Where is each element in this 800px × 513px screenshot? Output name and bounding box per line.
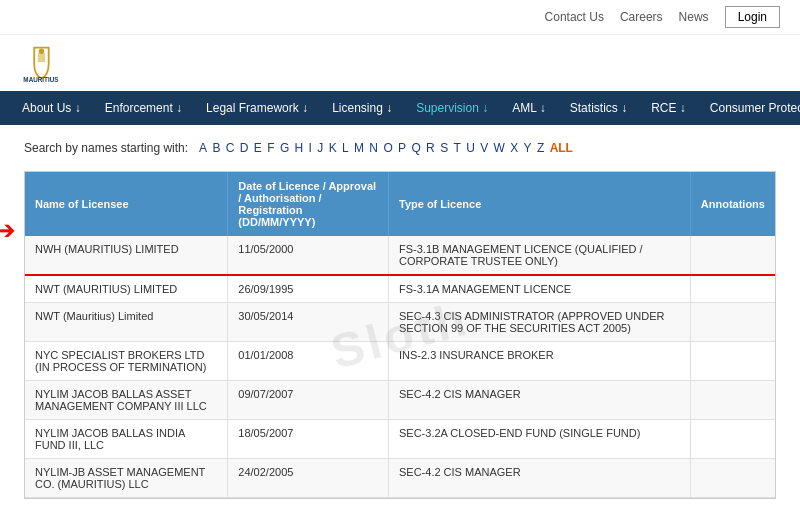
nav-about-us[interactable]: About Us ↓ (10, 91, 93, 125)
cell-type: SEC-4.3 CIS ADMINISTRATOR (APPROVED UNDE… (388, 303, 690, 342)
alpha-w[interactable]: W (494, 141, 505, 155)
alpha-f[interactable]: F (267, 141, 274, 155)
table-row: NWT (Mauritius) Limited30/05/2014SEC-4.3… (25, 303, 775, 342)
alpha-v[interactable]: V (480, 141, 488, 155)
nav-licensing[interactable]: Licensing ↓ (320, 91, 404, 125)
cell-date: 30/05/2014 (228, 303, 389, 342)
table-header-row: Name of Licensee Date of Licence / Appro… (25, 172, 775, 236)
alpha-j[interactable]: J (317, 141, 323, 155)
svg-text:MAURITIUS: MAURITIUS (23, 76, 58, 82)
cell-annotations (690, 275, 775, 303)
cell-annotations (690, 459, 775, 498)
alpha-g[interactable]: G (280, 141, 289, 155)
red-arrow: ➔ (0, 215, 16, 246)
cell-annotations (690, 420, 775, 459)
alpha-all[interactable]: ALL (550, 141, 573, 155)
header-annotations: Annotations (690, 172, 775, 236)
alpha-b[interactable]: B (212, 141, 220, 155)
cell-type: SEC-3.2A CLOSED-END FUND (SINGLE FUND) (388, 420, 690, 459)
alpha-m[interactable]: M (354, 141, 364, 155)
cell-annotations (690, 381, 775, 420)
main-nav: About Us ↓ Enforcement ↓ Legal Framework… (0, 91, 800, 125)
cell-type: SEC-4.2 CIS MANAGER (388, 381, 690, 420)
top-bar: Contact Us Careers News Login (0, 0, 800, 35)
alpha-s[interactable]: S (440, 141, 448, 155)
cell-type: FS-3.1A MANAGEMENT LICENCE (388, 275, 690, 303)
alpha-d[interactable]: D (240, 141, 249, 155)
table-wrapper: ➔ Sloth Name of Licensee Date of Licence… (24, 171, 776, 499)
cell-date: 09/07/2007 (228, 381, 389, 420)
cell-name: NWH (MAURITIUS) LIMITED (25, 236, 228, 275)
licensees-table-container: Sloth Name of Licensee Date of Licence /… (24, 171, 776, 499)
table-row: NYC SPECIALIST BROKERS LTD (IN PROCESS O… (25, 342, 775, 381)
cell-name: NYC SPECIALIST BROKERS LTD (IN PROCESS O… (25, 342, 228, 381)
alpha-search-label: Search by names starting with: (24, 141, 188, 155)
alpha-y[interactable]: Y (524, 141, 532, 155)
alpha-z[interactable]: Z (537, 141, 544, 155)
table-row: NWT (MAURITIUS) LIMITED26/09/1995FS-3.1A… (25, 275, 775, 303)
table-row: NYLIM JACOB BALLAS ASSET MANAGEMENT COMP… (25, 381, 775, 420)
cell-type: SEC-4.2 CIS MANAGER (388, 459, 690, 498)
cell-name: NYLIM JACOB BALLAS ASSET MANAGEMENT COMP… (25, 381, 228, 420)
cell-annotations (690, 342, 775, 381)
licensees-table: Name of Licensee Date of Licence / Appro… (25, 172, 775, 498)
alpha-search: Search by names starting with: A B C D E… (24, 141, 776, 155)
nav-legal-framework[interactable]: Legal Framework ↓ (194, 91, 320, 125)
cell-annotations (690, 236, 775, 275)
nav-rce[interactable]: RCE ↓ (639, 91, 698, 125)
alpha-t[interactable]: T (453, 141, 460, 155)
alpha-q[interactable]: Q (411, 141, 420, 155)
table-row: NWH (MAURITIUS) LIMITED11/05/2000FS-3.1B… (25, 236, 775, 275)
main-content: Search by names starting with: A B C D E… (0, 125, 800, 513)
cell-name: NWT (Mauritius) Limited (25, 303, 228, 342)
alpha-p[interactable]: P (398, 141, 406, 155)
alpha-n[interactable]: N (369, 141, 378, 155)
alpha-u[interactable]: U (466, 141, 475, 155)
nav-statistics[interactable]: Statistics ↓ (558, 91, 639, 125)
nav-aml[interactable]: AML ↓ (500, 91, 558, 125)
cell-date: 26/09/1995 (228, 275, 389, 303)
cell-type: FS-3.1B MANAGEMENT LICENCE (QUALIFIED / … (388, 236, 690, 275)
alpha-e[interactable]: E (254, 141, 262, 155)
logo-area: MAURITIUS (0, 35, 800, 91)
cell-name: NYLIM JACOB BALLAS INDIA FUND III, LLC (25, 420, 228, 459)
logo[interactable]: MAURITIUS (20, 43, 80, 83)
header-name: Name of Licensee (25, 172, 228, 236)
cell-date: 18/05/2007 (228, 420, 389, 459)
careers-link[interactable]: Careers (620, 10, 663, 24)
cell-name: NYLIM-JB ASSET MANAGEMENT CO. (MAURITIUS… (25, 459, 228, 498)
news-link[interactable]: News (679, 10, 709, 24)
header-date: Date of Licence / Approval / Authorisati… (228, 172, 389, 236)
alpha-x[interactable]: X (510, 141, 518, 155)
cell-date: 01/01/2008 (228, 342, 389, 381)
nav-enforcement[interactable]: Enforcement ↓ (93, 91, 194, 125)
table-row: NYLIM-JB ASSET MANAGEMENT CO. (MAURITIUS… (25, 459, 775, 498)
nav-supervision[interactable]: Supervision ↓ (404, 91, 500, 125)
cell-name: NWT (MAURITIUS) LIMITED (25, 275, 228, 303)
cell-date: 11/05/2000 (228, 236, 389, 275)
alpha-h[interactable]: H (295, 141, 304, 155)
nav-consumer-protection[interactable]: Consumer Protection ↓ (698, 91, 800, 125)
alpha-a[interactable]: A (199, 141, 207, 155)
alpha-i[interactable]: I (309, 141, 312, 155)
login-button[interactable]: Login (725, 6, 780, 28)
cell-type: INS-2.3 INSURANCE BROKER (388, 342, 690, 381)
cell-date: 24/02/2005 (228, 459, 389, 498)
contact-us-link[interactable]: Contact Us (545, 10, 604, 24)
header-type: Type of Licence (388, 172, 690, 236)
alpha-l[interactable]: L (342, 141, 349, 155)
alpha-c[interactable]: C (226, 141, 235, 155)
alpha-r[interactable]: R (426, 141, 435, 155)
alpha-o[interactable]: O (383, 141, 392, 155)
svg-point-1 (38, 49, 43, 54)
cell-annotations (690, 303, 775, 342)
table-row: NYLIM JACOB BALLAS INDIA FUND III, LLC18… (25, 420, 775, 459)
alpha-k[interactable]: K (329, 141, 337, 155)
